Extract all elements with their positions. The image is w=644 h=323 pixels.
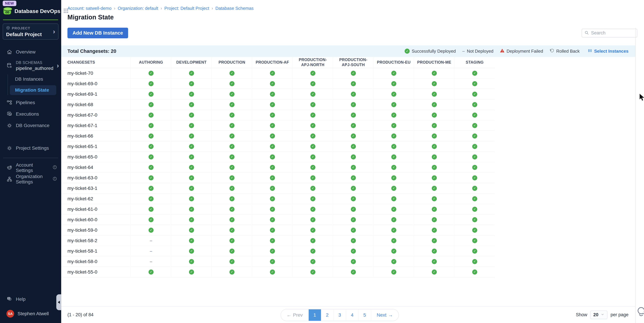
success-check-icon: ✓: [432, 71, 437, 76]
not-deployed-dash: –: [150, 238, 152, 243]
status-cell: ✓: [171, 120, 212, 131]
status-cell: –: [131, 256, 171, 267]
breadcrumb-organization[interactable]: Organization: default: [118, 6, 158, 11]
chat-widget-button[interactable]: [636, 307, 644, 318]
status-cell: ✓: [333, 99, 374, 110]
page-button-3[interactable]: 3: [334, 309, 346, 321]
sidebar-item-account-settings[interactable]: Account Settings: [0, 163, 61, 173]
page-button-1[interactable]: 1: [308, 309, 321, 321]
pagination-bar: (1 - 20) of 84 ← Prev 12345 Next → Show …: [61, 306, 635, 323]
sidebar-item-migration-state[interactable]: Migration State: [10, 85, 56, 95]
sidebar-collapse-button[interactable]: [56, 294, 61, 310]
status-cell: ✓: [212, 110, 252, 120]
status-cell: ✓: [212, 246, 252, 256]
select-instances-button[interactable]: Select Instances: [588, 49, 628, 54]
success-check-icon: ✓: [432, 113, 437, 118]
success-check-icon: ✓: [351, 207, 356, 212]
status-cell: ✓: [252, 267, 292, 277]
status-cell: ✓: [333, 110, 374, 120]
page-size-select[interactable]: 20: [590, 310, 608, 319]
sidebar-divider: [3, 158, 58, 158]
success-check-icon: ✓: [270, 238, 275, 243]
success-check-icon: ✓: [310, 81, 316, 86]
org-chart-icon: [6, 176, 12, 182]
status-cell: ✓: [414, 162, 454, 172]
sidebar-item-executions[interactable]: Executions: [0, 109, 61, 119]
status-cell: ✓: [292, 225, 333, 235]
sidebar-item-pipelines[interactable]: Pipelines: [0, 98, 61, 108]
toolbar: Add New DB Instance: [68, 28, 637, 38]
success-check-icon: ✓: [432, 249, 437, 254]
success-check-icon: ✓: [351, 102, 356, 107]
status-cell: ✓: [414, 194, 454, 204]
success-check-icon: ✓: [230, 217, 234, 222]
status-cell: ✓: [374, 204, 414, 214]
search-box[interactable]: [582, 29, 637, 38]
account-box-icon: [6, 165, 12, 171]
next-page-button[interactable]: Next →: [371, 309, 399, 321]
success-check-icon: ✓: [310, 134, 316, 139]
sidebar-item-db-schemas[interactable]: DB SCHEMAS pipeline_authored ›: [0, 59, 61, 73]
breadcrumb-account[interactable]: Account: satwell-demo: [68, 6, 112, 11]
changeset-name: my-ticket-59-0: [61, 225, 131, 235]
status-cell: ✓: [454, 183, 495, 193]
project-selector[interactable]: PROJECT Default Project ›: [3, 24, 58, 40]
add-db-instance-button[interactable]: Add New DB Instance: [68, 28, 128, 38]
search-input[interactable]: [591, 30, 634, 36]
sidebar-item-db-governance[interactable]: DB Governance: [0, 121, 61, 130]
success-check-icon: ✓: [391, 144, 396, 149]
breadcrumb-project[interactable]: Project: Default Project: [164, 6, 209, 11]
changeset-name: my-ticket-65-0: [61, 152, 131, 162]
sidebar-item-db-instances[interactable]: DB Instances: [8, 74, 61, 84]
status-cell: ✓: [374, 110, 414, 120]
page-button-5[interactable]: 5: [358, 309, 371, 321]
status-cell: ✓: [292, 183, 333, 193]
status-cell: ✓: [131, 214, 171, 225]
success-check-icon: ✓: [270, 92, 275, 97]
status-cell: ✓: [131, 141, 171, 152]
breadcrumb-separator: ›: [212, 6, 213, 11]
apps-grid-icon[interactable]: [63, 8, 69, 14]
status-cell: ✓: [131, 68, 171, 78]
status-cell: ✓: [374, 246, 414, 256]
page-button-2[interactable]: 2: [321, 309, 334, 321]
changeset-name: my-ticket-67-1: [61, 120, 131, 131]
chevron-right-icon: ›: [53, 28, 55, 35]
table-row: my-ticket-58-1–✓✓✓✓✓✓✓✓: [61, 246, 495, 256]
success-check-icon: ✓: [432, 123, 437, 128]
success-check-icon: ✓: [351, 165, 356, 170]
breadcrumb-database-schemas[interactable]: Database Schemas: [215, 6, 254, 11]
table-row: my-ticket-55-0✓✓✓✓✓✓✓✓✓: [61, 267, 495, 277]
success-check-icon: ✓: [148, 123, 154, 128]
success-check-icon: ✓: [189, 123, 194, 128]
sidebar-item-overview[interactable]: Overview: [0, 47, 61, 57]
column-header-production: PRODUCTION: [212, 57, 252, 68]
status-cell: ✓: [212, 131, 252, 141]
success-check-icon: ✓: [230, 102, 234, 107]
sidebar-item-help[interactable]: ? Help: [0, 294, 61, 304]
success-check-icon: ✓: [230, 81, 234, 86]
success-check-icon: ✓: [351, 269, 356, 274]
breadcrumb: Account: satwell-demo › Organization: de…: [61, 0, 644, 11]
success-check-icon: ✓: [472, 175, 477, 180]
table-row: my-ticket-65-0✓✓✓✓✓✓✓✓✓: [61, 152, 495, 162]
info-icon[interactable]: [52, 176, 57, 182]
table-row: my-ticket-67-0✓✓✓✓✓✓✓✓✓: [61, 110, 495, 120]
table-row: my-ticket-58-0–✓✓✓✓✓✓✓✓: [61, 256, 495, 267]
status-cell: ✓: [292, 152, 333, 162]
status-cell: ✓: [131, 120, 171, 131]
changeset-name: my-ticket-69-0: [61, 79, 131, 89]
left-arrow-icon: ←: [286, 312, 291, 318]
info-icon[interactable]: [52, 165, 57, 171]
success-check-icon: ✓: [432, 165, 437, 170]
sidebar-item-organization-settings[interactable]: Organization Settings: [0, 174, 61, 184]
status-cell: ✓: [414, 235, 454, 246]
user-menu[interactable]: SA Stephen Atwell: [0, 309, 61, 318]
status-cell: ✓: [212, 68, 252, 78]
page-button-4[interactable]: 4: [346, 309, 358, 321]
status-cell: ✓: [292, 141, 333, 152]
prev-page-button[interactable]: ← Prev: [281, 309, 308, 321]
status-cell: ✓: [414, 131, 454, 141]
status-cell: ✓: [292, 267, 333, 277]
sidebar-item-project-settings[interactable]: Project Settings: [0, 143, 61, 153]
